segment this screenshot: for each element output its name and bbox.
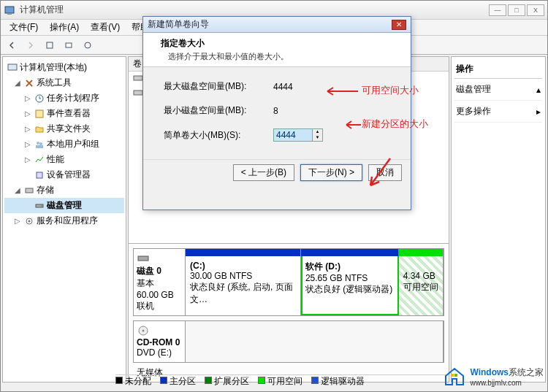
tree-root[interactable]: 计算机管理(本地) bbox=[4, 60, 124, 75]
app-icon bbox=[4, 4, 15, 16]
spin-down[interactable]: ▼ bbox=[313, 135, 322, 141]
chevron-up-icon: ▴ bbox=[536, 85, 541, 95]
arrow-icon bbox=[342, 120, 361, 130]
expand-icon[interactable]: ▷ bbox=[25, 94, 32, 102]
tree-label: 性能 bbox=[47, 153, 64, 166]
graphical-view: 磁盘 0 基本 60.00 GB 联机 (C:) 30.00 GB NTFS 状… bbox=[129, 243, 449, 382]
tree-systools[interactable]: ◢ 系统工具 bbox=[4, 75, 124, 91]
disk0-label[interactable]: 磁盘 0 基本 60.00 GB 联机 bbox=[133, 248, 186, 316]
partition-title: (C:) bbox=[190, 261, 205, 271]
partition-c[interactable]: (C:) 30.00 GB NTFS 状态良好 (系统, 启动, 页面文… bbox=[186, 249, 301, 315]
volume-icon bbox=[133, 88, 143, 98]
max-label: 最大磁盘空间量(MB): bbox=[164, 80, 273, 93]
partition-free[interactable]: 4.34 GB 可用空间 bbox=[399, 249, 444, 315]
forward-button[interactable] bbox=[23, 38, 39, 53]
back-button[interactable]: < 上一步(B) bbox=[233, 164, 294, 181]
logical-stripe bbox=[301, 249, 398, 256]
min-value: 8 bbox=[273, 106, 332, 116]
swatch-unalloc bbox=[115, 377, 123, 384]
refresh-button[interactable] bbox=[42, 38, 58, 53]
navigation-tree[interactable]: 计算机管理(本地) ◢ 系统工具 ▷ 任务计划程序 ▷ 事件查看器 ▷ 共享文件… bbox=[2, 56, 126, 383]
folder-icon bbox=[34, 124, 45, 134]
size-spinner[interactable]: ▲ ▼ bbox=[273, 128, 323, 142]
expand-icon[interactable]: ▷ bbox=[15, 217, 22, 225]
tree-label: 设备管理器 bbox=[47, 169, 91, 181]
svg-rect-0 bbox=[5, 7, 14, 13]
cdrom-row: CD-ROM 0 DVD (E:) 无媒体 bbox=[133, 320, 444, 363]
svg-rect-19 bbox=[138, 256, 148, 261]
disk-type: 基本 bbox=[137, 278, 154, 288]
annotation-available: 可用空间大小 bbox=[362, 84, 419, 97]
actions-header: 操作 bbox=[454, 60, 542, 79]
size-input[interactable] bbox=[274, 129, 312, 141]
spin-up[interactable]: ▲ bbox=[313, 129, 322, 135]
tree-disk-management[interactable]: 磁盘管理 bbox=[4, 198, 124, 213]
partition-status: 状态良好 (系统, 启动, 页面文… bbox=[190, 282, 293, 304]
svg-rect-12 bbox=[26, 188, 33, 193]
tree-services[interactable]: ▷ 服务和应用程序 bbox=[4, 213, 124, 228]
volume-icon bbox=[133, 73, 143, 83]
tree-device-manager[interactable]: 设备管理器 bbox=[4, 167, 124, 182]
tree-label: 共享文件夹 bbox=[47, 123, 91, 135]
actions-section[interactable]: 磁盘管理 ▴ bbox=[454, 79, 542, 101]
tree-label: 磁盘管理 bbox=[47, 199, 82, 212]
more-label: 更多操作 bbox=[456, 105, 491, 118]
svg-point-16 bbox=[28, 220, 31, 222]
next-button[interactable]: 下一步(N) > bbox=[300, 164, 362, 181]
expand-icon[interactable]: ▷ bbox=[25, 140, 32, 148]
brand-b: 系统之家 bbox=[509, 367, 544, 377]
collapse-icon[interactable]: ◢ bbox=[15, 79, 22, 87]
house-icon bbox=[444, 366, 465, 388]
tree-label: 系统工具 bbox=[37, 77, 72, 89]
free-stripe bbox=[399, 249, 443, 256]
annotation-new-partition: 新建分区的大小 bbox=[362, 118, 428, 131]
svg-rect-10 bbox=[36, 145, 43, 148]
wizard-title: 新建简单卷向导 bbox=[148, 18, 392, 31]
cdrom-icon bbox=[137, 324, 150, 337]
wizard-titlebar[interactable]: 新建简单卷向导 ✕ bbox=[143, 17, 411, 33]
partition-d[interactable]: 软件 (D:) 25.65 GB NTFS 状态良好 (逻辑驱动器) bbox=[301, 249, 399, 315]
maximize-button[interactable]: □ bbox=[508, 4, 525, 16]
expand-icon[interactable]: ▷ bbox=[25, 155, 32, 164]
disk-name: 磁盘 0 bbox=[137, 266, 161, 276]
hdd-icon bbox=[137, 252, 150, 265]
tree-performance[interactable]: ▷ 性能 bbox=[4, 152, 124, 167]
tree-local-users[interactable]: ▷ 本地用户和组 bbox=[4, 137, 124, 152]
tree-event-viewer[interactable]: ▷ 事件查看器 bbox=[4, 106, 124, 121]
partition-size: 30.00 GB NTFS bbox=[190, 271, 252, 281]
cdrom-empty bbox=[186, 321, 444, 362]
watermark: Windows系统之家 www.bjjmlv.com bbox=[444, 366, 544, 388]
svg-rect-5 bbox=[8, 64, 17, 70]
primary-stripe bbox=[186, 249, 300, 256]
cdrom-label[interactable]: CD-ROM 0 DVD (E:) 无媒体 bbox=[133, 320, 186, 363]
disk-size: 60.00 GB bbox=[137, 290, 174, 300]
menu-file[interactable]: 文件(F) bbox=[4, 19, 44, 36]
wizard-heading: 指定卷大小 bbox=[161, 37, 393, 50]
swatch-logical bbox=[311, 377, 319, 384]
help-button[interactable] bbox=[80, 38, 96, 53]
computer-icon bbox=[7, 63, 18, 73]
svg-rect-1 bbox=[7, 14, 12, 15]
event-icon bbox=[34, 109, 45, 119]
properties-button[interactable] bbox=[61, 38, 77, 53]
menu-action[interactable]: 操作(A) bbox=[44, 19, 85, 36]
svg-point-9 bbox=[39, 142, 42, 145]
expand-icon[interactable]: ▷ bbox=[25, 125, 32, 133]
more-actions[interactable]: 更多操作 ▸ bbox=[454, 101, 542, 123]
tree-shared-folders[interactable]: ▷ 共享文件夹 bbox=[4, 121, 124, 137]
expand-icon[interactable]: ▷ bbox=[25, 109, 32, 118]
svg-point-8 bbox=[37, 142, 39, 145]
back-button[interactable] bbox=[4, 38, 20, 53]
wizard-close-button[interactable]: ✕ bbox=[392, 20, 406, 30]
swatch-extended bbox=[205, 377, 212, 384]
close-button[interactable]: X bbox=[527, 4, 544, 16]
tree-storage[interactable]: ◢ 存储 bbox=[4, 182, 124, 198]
tree-label: 事件查看器 bbox=[47, 107, 91, 120]
collapse-icon[interactable]: ◢ bbox=[15, 186, 22, 194]
menu-view[interactable]: 查看(V) bbox=[85, 19, 126, 36]
partition-title: 软件 (D:) bbox=[305, 261, 340, 272]
minimize-button[interactable]: — bbox=[489, 4, 506, 16]
tree-task-scheduler[interactable]: ▷ 任务计划程序 bbox=[4, 91, 124, 106]
storage-icon bbox=[24, 185, 34, 196]
disk-status: 联机 bbox=[137, 301, 154, 311]
